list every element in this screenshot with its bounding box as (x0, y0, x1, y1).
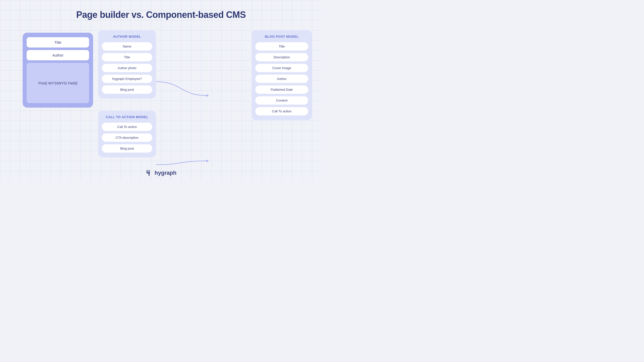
blog-field-content: Content (255, 96, 308, 105)
author-field-name: Name (102, 42, 152, 51)
page-builder-card: Title Author Post( WYSIWYG Field) (23, 33, 93, 108)
cta-model-card: CALL TO ACTION MODEL Call To action CTA … (98, 111, 156, 157)
hygraph-logo-icon (146, 169, 153, 176)
cta-field-action: Call To action (102, 122, 152, 131)
author-field-title: Title (102, 53, 152, 62)
blog-post-model-title: BLOG POST MODEL (255, 35, 308, 38)
blog-field-date: Published Date (255, 85, 308, 94)
cta-model-fields: Call To action CTA description Blog post (102, 122, 152, 153)
author-model-title: AUTHOR MODEL (102, 35, 152, 38)
blog-field-description: Description (255, 53, 308, 62)
footer: hygraph (146, 169, 177, 176)
blog-field-title: Title (255, 42, 308, 51)
diagram-area: Title Author Post( WYSIWYG Field) AUTHOR… (0, 28, 322, 166)
footer-logo-text: hygraph (155, 170, 177, 176)
blog-field-author: Author (255, 74, 308, 83)
cta-field-description: CTA description (102, 133, 152, 142)
svg-marker-1 (206, 160, 209, 162)
pb-post-field: Post( WYSIWYG Field) (27, 63, 89, 103)
blog-field-cta: Call To action (255, 107, 308, 116)
svg-point-2 (148, 172, 150, 174)
pb-author-field: Author (27, 50, 89, 60)
svg-marker-0 (206, 94, 209, 97)
author-field-employee: Hygraph Employee? (102, 74, 152, 83)
blog-field-cover: Cover Image (255, 64, 308, 72)
author-field-photo: Author photo (102, 64, 152, 72)
author-model-card: AUTHOR MODEL Name Title Author photo Hyg… (98, 30, 156, 99)
pb-title-field: Title (27, 37, 89, 48)
blog-post-model-fields: Title Description Cover Image Author Pub… (255, 42, 308, 116)
author-field-blogpost: Blog post (102, 85, 152, 94)
cta-field-blogpost: Blog post (102, 144, 152, 153)
blog-post-model-card: BLOG POST MODEL Title Description Cover … (252, 30, 312, 120)
page-title: Page builder vs. Component-based CMS (0, 0, 322, 20)
author-model-fields: Name Title Author photo Hygraph Employee… (102, 42, 152, 94)
cta-model-title: CALL TO ACTION MODEL (102, 115, 152, 119)
